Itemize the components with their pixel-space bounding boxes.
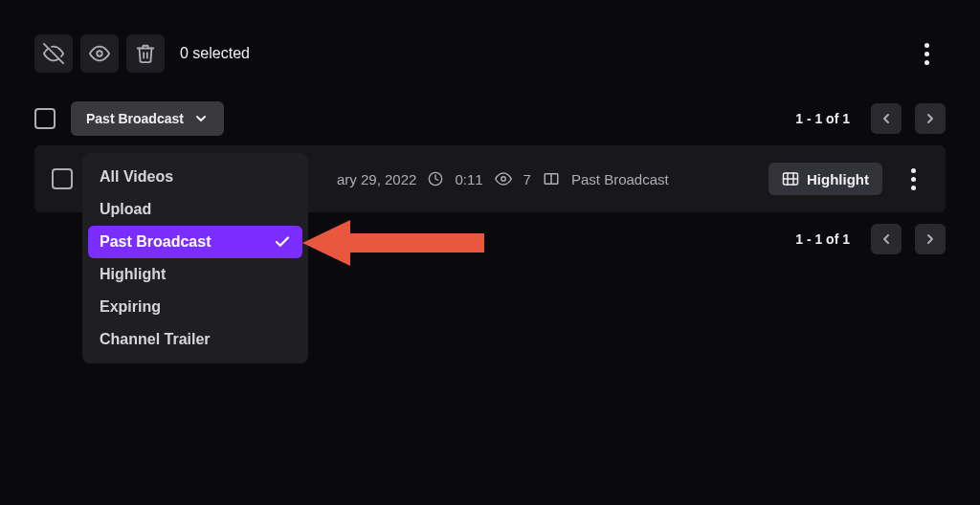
filter-dropdown-label: Past Broadcast (86, 111, 184, 126)
pagination-top: 1 - 1 of 1 (795, 103, 946, 134)
filter-dropdown-menu: All Videos Upload Past Broadcast Highlig… (82, 153, 308, 363)
highlight-button-label: Highlight (807, 171, 869, 187)
chevron-right-icon (923, 231, 938, 247)
video-type-label: Past Broadcast (571, 171, 669, 187)
chevron-down-icon (193, 111, 209, 126)
eye-icon (495, 170, 512, 187)
pagination-next-button[interactable] (915, 103, 946, 134)
more-vertical-icon (911, 168, 916, 190)
filter-option-label: Highlight (100, 266, 166, 283)
filter-option-label: Channel Trailer (100, 331, 211, 348)
more-vertical-icon (924, 43, 929, 65)
video-date-label: ary 29, 2022 (337, 171, 416, 187)
clock-icon (428, 171, 443, 187)
filter-dropdown-button[interactable]: Past Broadcast (71, 101, 224, 136)
check-icon (274, 233, 291, 251)
pagination-prev-button[interactable] (871, 103, 902, 134)
pagination-bottom: 1 - 1 of 1 (795, 224, 946, 254)
eye-off-icon (43, 43, 64, 64)
pagination-range-label: 1 - 1 of 1 (795, 111, 850, 126)
highlight-button[interactable]: Highlight (768, 163, 882, 195)
row-checkbox[interactable] (52, 168, 73, 189)
chevron-left-icon (879, 231, 894, 247)
pagination-prev-button[interactable] (871, 224, 902, 254)
video-meta: ary 29, 2022 0:11 7 Past Broadcast (337, 170, 669, 187)
delete-button[interactable] (126, 34, 165, 73)
svg-point-3 (501, 177, 505, 182)
svg-point-1 (97, 51, 102, 56)
filter-option-expiring[interactable]: Expiring (82, 291, 308, 323)
filter-option-channel-trailer[interactable]: Channel Trailer (82, 323, 308, 356)
page-more-button[interactable] (911, 38, 942, 69)
filter-option-past-broadcast[interactable]: Past Broadcast (88, 226, 302, 258)
chevron-right-icon (923, 111, 938, 126)
video-views-label: 7 (523, 171, 531, 187)
show-button[interactable] (80, 34, 119, 73)
film-icon (782, 170, 799, 187)
filter-option-highlight[interactable]: Highlight (82, 258, 308, 291)
filter-option-label: All Videos (100, 168, 173, 186)
filter-option-upload[interactable]: Upload (82, 193, 308, 226)
row-more-button[interactable] (898, 168, 928, 190)
select-all-checkbox[interactable] (34, 108, 56, 129)
pagination-next-button[interactable] (915, 224, 946, 254)
selected-count-label: 0 selected (180, 45, 250, 62)
filter-option-all-videos[interactable]: All Videos (82, 161, 308, 193)
pagination-range-label: 1 - 1 of 1 (795, 231, 850, 247)
eye-icon (89, 43, 110, 64)
filter-option-label: Expiring (100, 298, 161, 316)
hide-button[interactable] (34, 34, 73, 73)
video-duration-label: 0:11 (455, 171, 482, 187)
filter-option-label: Upload (100, 201, 151, 218)
chevron-left-icon (879, 111, 894, 126)
broadcast-icon (543, 170, 560, 187)
filter-option-label: Past Broadcast (100, 233, 212, 251)
trash-icon (135, 43, 156, 64)
